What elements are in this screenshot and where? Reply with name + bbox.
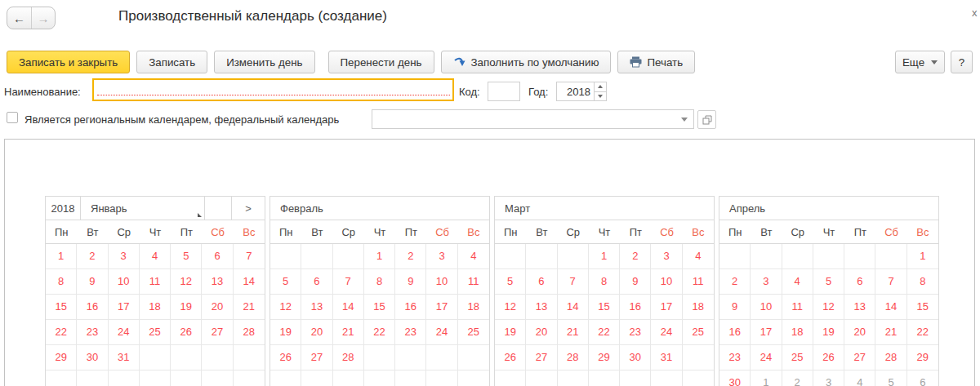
day-cell[interactable]: 17 [109, 295, 140, 320]
day-cell[interactable]: 14 [558, 295, 589, 320]
name-input[interactable] [92, 78, 454, 101]
day-cell[interactable]: 15 [46, 295, 77, 320]
day-cell[interactable]: 22 [364, 320, 395, 345]
day-cell[interactable]: 27 [301, 345, 332, 370]
fill-default-button[interactable]: Заполнить по умолчанию [441, 51, 612, 73]
day-cell[interactable]: 11 [458, 269, 489, 295]
day-cell[interactable]: 23 [719, 345, 751, 370]
day-cell[interactable]: 16 [77, 295, 108, 320]
day-cell[interactable]: 19 [171, 295, 202, 320]
more-button[interactable]: Еще [895, 51, 945, 73]
print-button[interactable]: Печать [617, 51, 695, 73]
day-cell[interactable]: 21 [333, 320, 364, 345]
day-cell[interactable]: 4 [683, 244, 714, 269]
day-cell[interactable]: 11 [683, 269, 714, 295]
day-cell[interactable]: 2 [77, 244, 108, 269]
day-cell[interactable]: 4 [782, 269, 813, 295]
day-cell[interactable]: 28 [875, 345, 906, 370]
day-cell[interactable]: 22 [589, 320, 620, 345]
regional-checkbox[interactable] [7, 112, 18, 123]
day-cell[interactable]: 17 [426, 295, 457, 320]
day-cell[interactable]: 30 [77, 345, 108, 370]
open-federal-calendar-button[interactable] [697, 110, 716, 129]
day-cell[interactable]: 3 [751, 269, 782, 295]
day-cell[interactable]: 29 [46, 345, 77, 370]
day-cell[interactable]: 22 [907, 320, 938, 345]
day-cell[interactable]: 3 [813, 370, 844, 386]
day-cell[interactable]: 24 [426, 320, 457, 345]
day-cell[interactable]: 26 [171, 320, 202, 345]
day-cell[interactable]: 18 [683, 295, 714, 320]
day-cell[interactable]: 19 [495, 320, 526, 345]
day-cell[interactable]: 6 [907, 370, 938, 386]
day-cell[interactable]: 12 [813, 295, 844, 320]
day-cell[interactable]: 23 [77, 320, 108, 345]
day-cell[interactable]: 4 [140, 244, 171, 269]
day-cell[interactable]: 5 [270, 269, 301, 295]
save-and-close-button[interactable]: Записать и закрыть [7, 51, 130, 73]
day-cell[interactable]: 7 [875, 269, 906, 295]
day-cell[interactable]: 14 [875, 295, 906, 320]
day-cell[interactable]: 9 [395, 269, 426, 295]
day-cell[interactable]: 1 [751, 370, 782, 386]
day-cell[interactable]: 6 [526, 269, 557, 295]
day-cell[interactable]: 30 [719, 370, 751, 386]
day-cell[interactable]: 20 [202, 295, 233, 320]
day-cell[interactable]: 27 [844, 345, 875, 370]
day-cell[interactable]: 20 [301, 320, 332, 345]
day-cell[interactable]: 21 [558, 320, 589, 345]
year-input[interactable]: 2018 [556, 82, 607, 101]
day-cell[interactable]: 8 [907, 269, 938, 295]
day-cell[interactable]: 6 [844, 269, 875, 295]
day-cell[interactable]: 31 [651, 345, 682, 370]
year-value[interactable]: 2018 [557, 82, 594, 100]
day-cell[interactable]: 21 [875, 320, 906, 345]
day-cell[interactable]: 29 [589, 345, 620, 370]
day-cell[interactable]: 10 [109, 269, 140, 295]
day-cell[interactable]: 7 [333, 269, 364, 295]
day-cell[interactable]: 15 [364, 295, 395, 320]
day-cell[interactable]: 19 [270, 320, 301, 345]
day-cell[interactable]: 7 [558, 269, 589, 295]
day-cell[interactable]: 2 [620, 244, 651, 269]
day-cell[interactable]: 25 [458, 320, 489, 345]
day-cell[interactable]: 26 [495, 345, 526, 370]
dropdown-button[interactable] [677, 110, 690, 128]
close-icon[interactable]: х [972, 7, 978, 19]
spinner-up-button[interactable] [595, 82, 606, 91]
day-cell[interactable]: 8 [589, 269, 620, 295]
day-cell[interactable]: 2 [782, 370, 813, 386]
day-cell[interactable]: 7 [234, 244, 265, 269]
day-cell[interactable]: 13 [301, 295, 332, 320]
day-cell[interactable]: 5 [495, 269, 526, 295]
day-cell[interactable]: 5 [875, 370, 906, 386]
day-cell[interactable]: 1 [364, 244, 395, 269]
day-cell[interactable]: 2 [719, 269, 751, 295]
day-cell[interactable]: 22 [46, 320, 77, 345]
day-cell[interactable]: 12 [171, 269, 202, 295]
day-cell[interactable]: 24 [651, 320, 682, 345]
day-cell[interactable]: 24 [751, 345, 782, 370]
day-cell[interactable]: 8 [364, 269, 395, 295]
day-cell[interactable]: 8 [46, 269, 77, 295]
help-button[interactable]: ? [951, 51, 973, 73]
day-cell[interactable]: 9 [719, 295, 751, 320]
day-cell[interactable]: 11 [782, 295, 813, 320]
back-button[interactable]: ← [7, 7, 31, 29]
day-cell[interactable]: 18 [140, 295, 171, 320]
day-cell[interactable]: 4 [458, 244, 489, 269]
day-cell[interactable]: 19 [813, 320, 844, 345]
day-cell[interactable]: 3 [109, 244, 140, 269]
federal-calendar-input[interactable] [372, 109, 694, 129]
day-cell[interactable]: 13 [202, 269, 233, 295]
day-cell[interactable]: 12 [270, 295, 301, 320]
day-cell[interactable]: 18 [458, 295, 489, 320]
day-cell[interactable]: 24 [109, 320, 140, 345]
day-cell[interactable]: 30 [620, 345, 651, 370]
day-cell[interactable]: 6 [202, 244, 233, 269]
day-cell[interactable]: 25 [140, 320, 171, 345]
day-cell[interactable]: 31 [109, 345, 140, 370]
day-cell[interactable]: 16 [719, 320, 751, 345]
forward-button[interactable]: → [31, 7, 55, 29]
day-cell[interactable]: 14 [333, 295, 364, 320]
